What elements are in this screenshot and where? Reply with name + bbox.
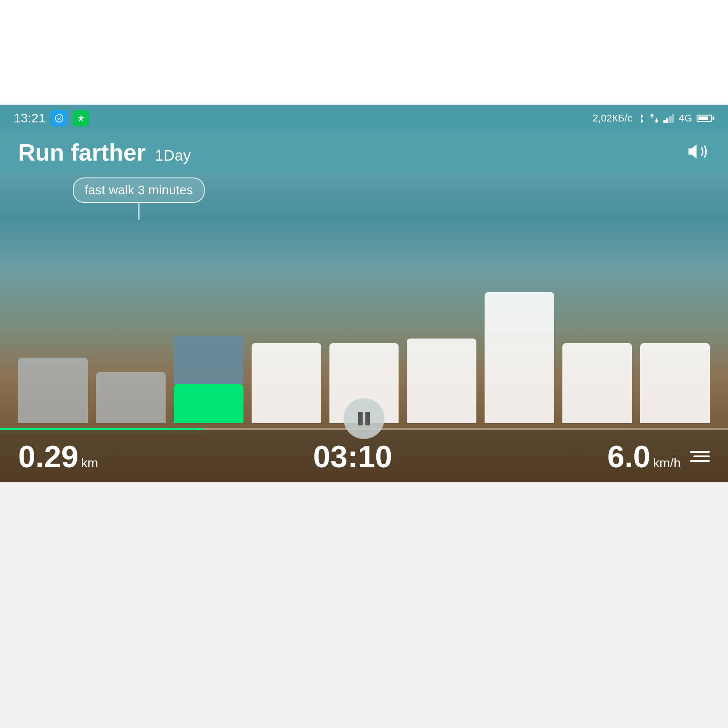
status-bar: 13:21 2,02КБ/с 4G [0, 105, 728, 132]
distance-stat: 0.29 km [18, 439, 98, 474]
network-speed: 2,02КБ/с [592, 112, 632, 124]
settings-line-1 [690, 451, 710, 453]
tooltip-bubble: fast walk 3 minutes [73, 177, 205, 203]
bar-white [640, 343, 710, 423]
time-value: 03:10 [313, 439, 392, 474]
status-left: 13:21 [14, 110, 89, 126]
pause-button[interactable] [344, 398, 384, 439]
day-label: 1Day [155, 147, 191, 164]
distance-unit: km [81, 456, 98, 470]
bar-item-8 [562, 278, 632, 423]
bar-item-2 [96, 278, 166, 423]
bar-active-bottom [174, 384, 243, 423]
bottom-spacer [0, 482, 728, 728]
header-title-group: Run farther 1Day [18, 139, 191, 166]
top-spacer [0, 0, 728, 105]
signal-icon [663, 114, 674, 123]
svg-rect-2 [666, 118, 668, 123]
distance-value: 0.29 [18, 439, 78, 474]
app-icon-1 [51, 110, 67, 126]
data-icon [650, 113, 659, 123]
pause-icon [358, 412, 370, 425]
bar-white [485, 292, 554, 423]
battery-icon [697, 115, 714, 122]
header-bar: Run farther 1Day [0, 132, 728, 173]
svg-rect-3 [669, 116, 672, 123]
svg-rect-4 [672, 114, 674, 123]
bar-gray [18, 358, 88, 423]
bluetooth-icon [637, 113, 645, 123]
svg-rect-1 [663, 120, 666, 123]
status-right: 2,02КБ/с 4G [592, 112, 714, 124]
workout-area: fast walk 3 minutes 0.29 km 03:10 6.0 km… [0, 173, 728, 482]
speed-value: 6.0 [607, 439, 651, 474]
sound-icon [687, 142, 710, 162]
speed-unit: km/h [653, 456, 681, 470]
bar-item-7 [485, 278, 554, 423]
app-title: Run farther [18, 139, 146, 166]
bar-item-4 [252, 278, 321, 423]
settings-line-2 [693, 455, 710, 457]
speed-stat: 6.0 km/h [607, 439, 681, 474]
bar-item-1 [18, 278, 88, 423]
bar-gray [96, 372, 166, 423]
bar-white [562, 343, 632, 423]
bar-item-9 [640, 278, 710, 423]
tooltip-text: fast walk 3 minutes [85, 183, 193, 197]
signal-type: 4G [679, 112, 692, 124]
bar-white [252, 343, 321, 423]
status-time: 13:21 [14, 111, 46, 126]
settings-button[interactable] [690, 451, 710, 462]
settings-line-3 [690, 460, 710, 462]
bar-white [407, 339, 476, 423]
speed-group: 6.0 km/h [607, 439, 710, 474]
svg-point-0 [56, 115, 63, 122]
time-stat: 03:10 [313, 439, 392, 474]
app-icon-2 [73, 110, 89, 126]
sound-button[interactable] [687, 142, 710, 163]
bar-item-6 [407, 278, 476, 423]
bar-active-top [174, 336, 243, 384]
bar-item-3 [174, 278, 243, 423]
